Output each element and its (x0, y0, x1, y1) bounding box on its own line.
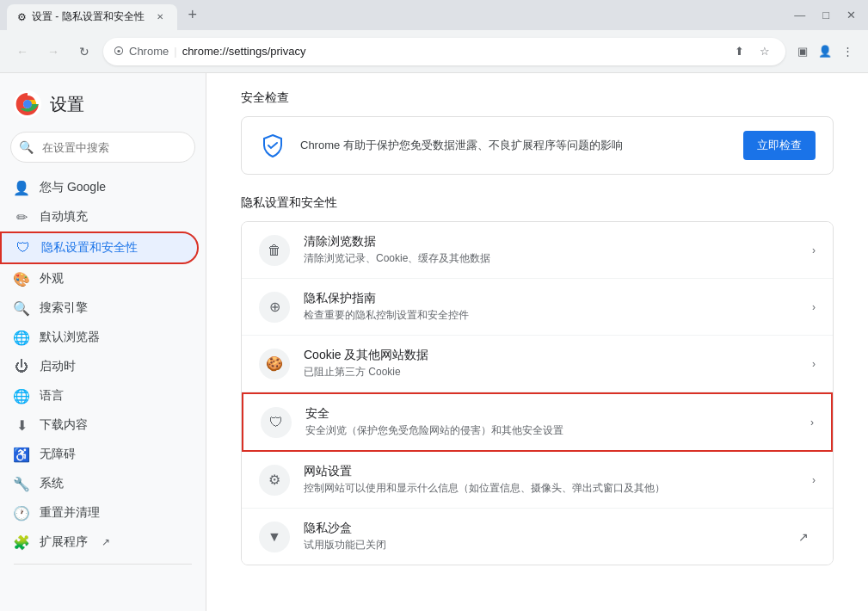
sidebar-item-privacy[interactable]: 🛡隐私设置和安全性 (0, 231, 199, 264)
sidebar-item-language-label: 语言 (40, 388, 64, 404)
privacy-item-cookies-text: Cookie 及其他网站数据已阻止第三方 Cookie (304, 348, 798, 380)
sidebar-item-autofill-label: 自动填充 (40, 209, 88, 225)
sidebar-item-browser[interactable]: 🌐默认浏览器 (0, 323, 199, 352)
privacy-item-privacy-guide-arrow-icon: › (812, 301, 816, 313)
sidebar-item-system-icon: 🔧 (14, 476, 29, 491)
check-now-button[interactable]: 立即检查 (743, 131, 816, 160)
chrome-logo-icon (14, 90, 41, 118)
sidebar-item-download-label: 下载内容 (40, 417, 88, 433)
privacy-item-clear-data-icon: 🗑 (259, 235, 290, 266)
sidebar-item-privacy-icon: 🛡 (15, 240, 31, 256)
safety-check-card: Chrome 有助于保护您免受数据泄露、不良扩展程序等问题的影响 立即检查 (241, 116, 834, 175)
search-box[interactable]: 🔍 (10, 132, 195, 163)
privacy-section-title: 隐私设置和安全性 (241, 195, 834, 211)
sidebar-item-reset-label: 重置并清理 (40, 505, 100, 521)
sidebar-item-reset-icon: 🕐 (14, 505, 29, 521)
privacy-item-site-settings-text: 网站设置控制网站可以使用和显示什么信息（如位置信息、摄像头、弹出式窗口及其他） (304, 464, 798, 496)
privacy-list: 🗑清除浏览数据清除浏览记录、Cookie、缓存及其他数据›⊕隐私保护指南检查重要… (241, 221, 834, 565)
sidebar-item-extensions-label: 扩展程序 (40, 534, 88, 550)
forward-button[interactable]: → (41, 40, 65, 64)
sidebar-item-reset[interactable]: 🕐重置并清理 (0, 498, 199, 528)
profile-icon[interactable]: 👤 (815, 41, 835, 62)
sidebar-header: 设置 (0, 80, 206, 132)
privacy-item-sandbox-text: 隐私沙盒试用版功能已关闭 (304, 521, 785, 552)
content-inner: 安全检查 Chrome 有助于保护您免受数据泄露、不良扩展程序等问题的影响 立即… (206, 73, 868, 583)
url-security-icon: ⦿ (114, 46, 124, 58)
titlebar: ⚙ 设置 - 隐私设置和安全性 ✕ + — □ ✕ (0, 0, 868, 30)
privacy-item-cookies-icon: 🍪 (259, 349, 290, 380)
url-separator: | (174, 45, 176, 58)
sidebar-item-browser-icon: 🌐 (14, 330, 29, 345)
privacy-item-sandbox-icon: ▼ (259, 522, 290, 552)
sidebar-item-accessibility-label: 无障碍 (40, 447, 76, 462)
sidebar-item-appearance-label: 外观 (40, 271, 64, 287)
privacy-item-clear-data-title: 清除浏览数据 (304, 234, 798, 250)
sidebar-item-autofill[interactable]: ✏自动填充 (0, 202, 199, 231)
sidebar-divider (14, 564, 192, 565)
privacy-item-clear-data-arrow-icon: › (812, 244, 816, 256)
share-icon[interactable]: ⬆ (729, 41, 749, 62)
main-layout: 设置 🔍 👤您与 Google✏自动填充🛡隐私设置和安全性🎨外观🔍搜索引擎🌐默认… (0, 73, 868, 611)
privacy-item-site-settings[interactable]: ⚙网站设置控制网站可以使用和显示什么信息（如位置信息、摄像头、弹出式窗口及其他）… (242, 452, 833, 509)
maximize-button[interactable]: □ (817, 7, 834, 23)
sidebar-item-startup[interactable]: ⏻启动时 (0, 352, 199, 381)
sidebar-item-language[interactable]: 🌐语言 (0, 381, 199, 410)
privacy-item-privacy-guide[interactable]: ⊕隐私保护指南检查重要的隐私控制设置和安全控件› (242, 279, 833, 336)
privacy-item-security-text: 安全安全浏览（保护您免受危险网站的侵害）和其他安全设置 (305, 406, 797, 438)
sidebar-item-download[interactable]: ⬇下载内容 (0, 410, 199, 440)
url-path: chrome://settings/privacy (182, 45, 306, 58)
privacy-item-site-settings-icon: ⚙ (259, 465, 290, 496)
privacy-item-cookies[interactable]: 🍪Cookie 及其他网站数据已阻止第三方 Cookie› (242, 336, 833, 392)
sidebar-item-accessibility[interactable]: ♿无障碍 (0, 440, 199, 469)
menu-icon[interactable]: ⋮ (837, 41, 858, 62)
content-area: 安全检查 Chrome 有助于保护您免受数据泄露、不良扩展程序等问题的影响 立即… (206, 73, 868, 611)
sidebar-item-search-icon: 🔍 (14, 300, 29, 316)
sidebar-item-extensions[interactable]: 🧩扩展程序↗ (0, 528, 199, 557)
privacy-item-privacy-guide-icon: ⊕ (259, 292, 290, 323)
privacy-item-site-settings-arrow-icon: › (812, 474, 816, 486)
privacy-item-clear-data[interactable]: 🗑清除浏览数据清除浏览记录、Cookie、缓存及其他数据› (242, 222, 833, 279)
tab-close-button[interactable]: ✕ (153, 10, 167, 24)
sidebar-item-browser-label: 默认浏览器 (40, 330, 100, 345)
search-input[interactable] (10, 132, 195, 163)
url-chrome-label: Chrome (129, 45, 169, 58)
sidebar-item-appearance-icon: 🎨 (14, 271, 29, 287)
active-tab[interactable]: ⚙ 设置 - 隐私设置和安全性 ✕ (7, 4, 177, 30)
sidebar-title: 设置 (50, 93, 84, 116)
privacy-item-sandbox-external-icon: ↗ (798, 530, 809, 544)
privacy-item-sandbox[interactable]: ▼隐私沙盒试用版功能已关闭↗ (242, 509, 833, 565)
addressbar-right: ▣ 👤 ⋮ (792, 41, 858, 62)
sidebar-item-extensions-icon: 🧩 (14, 534, 29, 550)
sidebar-toggle-icon[interactable]: ▣ (792, 41, 813, 62)
sidebar-item-autofill-icon: ✏ (14, 209, 29, 225)
sidebar-item-startup-label: 启动时 (40, 359, 76, 374)
privacy-item-security-title: 安全 (305, 406, 797, 422)
privacy-item-site-settings-desc: 控制网站可以使用和显示什么信息（如位置信息、摄像头、弹出式窗口及其他） (304, 481, 798, 496)
close-button[interactable]: ✕ (841, 7, 861, 23)
privacy-item-security-icon: 🛡 (261, 407, 292, 438)
safety-check-icon (259, 132, 286, 159)
sidebar-item-startup-icon: ⏻ (14, 359, 29, 374)
sidebar-item-system-label: 系统 (40, 476, 64, 491)
addressbar: ← → ↻ ⦿ Chrome | chrome://settings/priva… (0, 30, 868, 73)
privacy-item-sandbox-title: 隐私沙盒 (304, 521, 785, 536)
privacy-item-clear-data-desc: 清除浏览记录、Cookie、缓存及其他数据 (304, 251, 798, 266)
safety-check-text: Chrome 有助于保护您免受数据泄露、不良扩展程序等问题的影响 (300, 138, 729, 153)
privacy-item-cookies-desc: 已阻止第三方 Cookie (304, 365, 798, 380)
sidebar-item-search[interactable]: 🔍搜索引擎 (0, 293, 199, 323)
new-tab-button[interactable]: + (181, 3, 205, 28)
minimize-button[interactable]: — (789, 7, 810, 23)
svg-point-1 (23, 100, 32, 108)
privacy-item-security[interactable]: 🛡安全安全浏览（保护您免受危险网站的侵害）和其他安全设置› (242, 392, 833, 452)
back-button[interactable]: ← (10, 40, 34, 64)
sidebar-item-system[interactable]: 🔧系统 (0, 469, 199, 498)
privacy-item-sandbox-desc: 试用版功能已关闭 (304, 538, 785, 552)
privacy-item-privacy-guide-text: 隐私保护指南检查重要的隐私控制设置和安全控件 (304, 291, 798, 323)
sidebar-item-google[interactable]: 👤您与 Google (0, 173, 199, 202)
url-bar[interactable]: ⦿ Chrome | chrome://settings/privacy ⬆ ☆ (103, 38, 785, 65)
refresh-button[interactable]: ↻ (72, 40, 96, 64)
sidebar-item-language-icon: 🌐 (14, 388, 29, 404)
sidebar-item-appearance[interactable]: 🎨外观 (0, 264, 199, 293)
bookmark-icon[interactable]: ☆ (754, 41, 775, 62)
privacy-item-security-arrow-icon: › (810, 417, 814, 429)
